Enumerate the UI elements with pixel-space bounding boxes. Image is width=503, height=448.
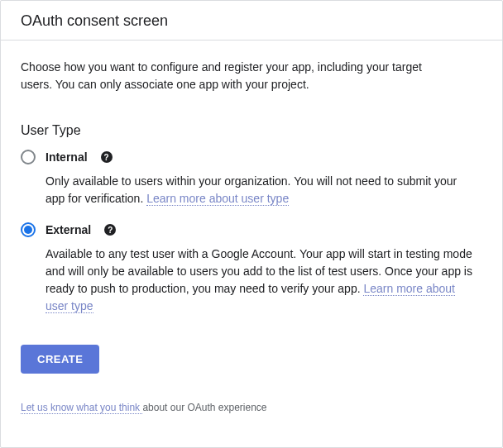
radio-internal-description: Only available to users within your orga… — [46, 173, 476, 207]
radio-row-external: External ? — [21, 222, 482, 237]
user-type-heading: User Type — [21, 123, 482, 138]
feedback-text: Let us know what you think about our OAu… — [21, 402, 482, 413]
radio-external-description: Available to any test user with a Google… — [46, 245, 476, 315]
radio-internal[interactable] — [21, 150, 36, 164]
intro-text: Choose how you want to configure and reg… — [21, 59, 451, 93]
user-type-radio-group: Internal ? Only available to users withi… — [21, 150, 482, 330]
radio-row-internal: Internal ? — [21, 150, 482, 164]
card-header: OAuth consent screen — [1, 1, 502, 41]
learn-more-link-internal[interactable]: Learn more about user type — [146, 192, 289, 206]
radio-external-label: External — [46, 223, 91, 236]
radio-internal-label: Internal — [46, 150, 88, 164]
help-icon-internal[interactable]: ? — [101, 151, 113, 163]
help-icon-external[interactable]: ? — [104, 224, 116, 236]
radio-external[interactable] — [21, 222, 36, 237]
feedback-suffix: about our OAuth experience — [142, 402, 266, 413]
feedback-link[interactable]: Let us know what you think — [21, 402, 142, 414]
card-content: Choose how you want to configure and reg… — [1, 41, 502, 431]
create-button[interactable]: CREATE — [21, 345, 99, 374]
page-title: OAuth consent screen — [21, 12, 482, 30]
oauth-consent-screen-card: OAuth consent screen Choose how you want… — [0, 0, 503, 448]
